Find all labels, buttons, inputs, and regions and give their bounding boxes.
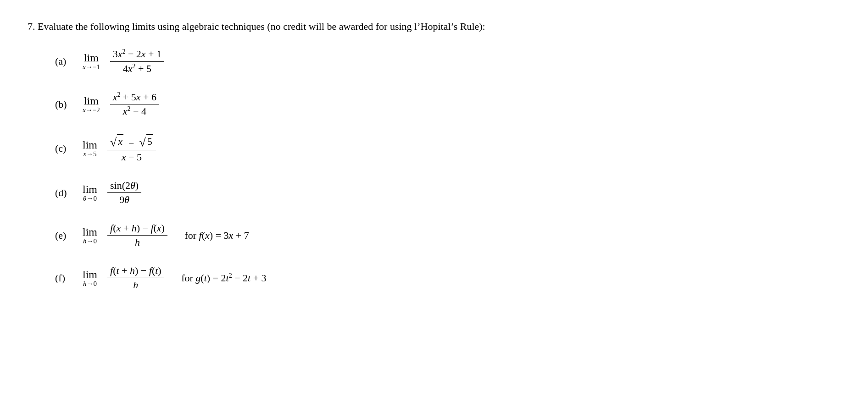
part-d-label: (d): [55, 187, 73, 199]
part-e-denominator: h: [132, 236, 143, 248]
part-b-label: (b): [55, 99, 73, 110]
part-a-fraction: 3x2 − 2x + 1 4x2 + 5: [110, 48, 164, 75]
part-a-label: (a): [55, 55, 73, 67]
part-b: (b) lim x→−2 x2 + 5x + 6 x2 − 4: [55, 91, 840, 118]
part-c-lim-word: lim: [83, 139, 97, 151]
part-d-lim-sub: θ→0: [83, 195, 97, 203]
part-e: (e) lim h→0 f(x + h) − f(x) h for f(x) =…: [55, 222, 840, 248]
part-d-fraction: sin(2θ) 9θ: [107, 180, 141, 206]
part-c-expr: lim x→5 √x − √5 x − 5: [83, 134, 156, 164]
part-e-lim: lim h→0: [83, 226, 97, 245]
part-a-lim-word: lim: [84, 52, 99, 64]
part-e-numerator: f(x + h) − f(x): [107, 222, 167, 236]
part-a-denominator: 4x2 + 5: [120, 62, 154, 75]
part-e-fraction: f(x + h) − f(x) h: [107, 222, 167, 248]
part-c-sqrt-symbol-5: √: [139, 137, 145, 148]
part-b-numerator: x2 + 5x + 6: [110, 91, 159, 104]
part-e-label: (e): [55, 230, 73, 241]
part-c-sqrt-symbol-x: √: [110, 137, 117, 148]
part-a-numerator: 3x2 − 2x + 1: [110, 48, 164, 61]
part-c-fraction: √x − √5 x − 5: [107, 134, 156, 164]
part-a: (a) lim x→−1 3x2 − 2x + 1 4x2 + 5: [55, 48, 840, 75]
parts-container: (a) lim x→−1 3x2 − 2x + 1 4x2 + 5 (b) li…: [55, 48, 840, 291]
part-f-lim: lim h→0: [83, 269, 97, 288]
part-f-expr: lim h→0 f(t + h) − f(t) h for g(t) = 2t2…: [83, 265, 267, 291]
part-e-for-text: for f(x) = 3x + 7: [182, 230, 249, 241]
part-f-numerator: f(t + h) − f(t): [107, 265, 164, 278]
part-c-label: (c): [55, 143, 73, 154]
part-e-expr: lim h→0 f(x + h) − f(x) h for f(x) = 3x …: [83, 222, 249, 248]
part-f-lim-sub: h→0: [83, 280, 97, 288]
problem-header: 7. Evaluate the following limits using a…: [28, 18, 840, 34]
part-f-label: (f): [55, 272, 73, 284]
part-d-lim-word: lim: [83, 183, 97, 196]
part-d: (d) lim θ→0 sin(2θ) 9θ: [55, 180, 840, 206]
part-b-expr: lim x→−2 x2 + 5x + 6 x2 − 4: [83, 91, 159, 118]
part-c-lim-sub: x→5: [83, 150, 96, 158]
part-b-lim-word: lim: [84, 95, 99, 107]
part-b-lim: lim x→−2: [83, 95, 100, 114]
part-d-numerator: sin(2θ): [107, 180, 141, 193]
part-e-lim-sub: h→0: [83, 237, 97, 245]
part-c-sqrt-5: √5: [139, 134, 153, 149]
part-f-lim-word: lim: [83, 269, 97, 281]
part-c-denominator: x − 5: [119, 150, 145, 163]
part-e-lim-word: lim: [83, 226, 97, 238]
problem-number: 7.: [28, 21, 35, 32]
part-d-lim: lim θ→0: [83, 183, 97, 203]
part-c-sqrt-x: √x: [110, 134, 123, 149]
part-d-expr: lim θ→0 sin(2θ) 9θ: [83, 180, 141, 206]
part-f-fraction: f(t + h) − f(t) h: [107, 265, 164, 291]
part-c-lim: lim x→5: [83, 139, 97, 158]
part-a-lim: lim x→−1: [83, 52, 100, 71]
part-c-radicand-5: 5: [146, 134, 153, 149]
part-b-lim-sub: x→−2: [83, 106, 100, 114]
part-b-denominator: x2 − 4: [120, 104, 149, 117]
part-c-radicand-x: x: [117, 134, 123, 149]
part-a-expr: lim x→−1 3x2 − 2x + 1 4x2 + 5: [83, 48, 164, 75]
part-f-denominator: h: [130, 278, 141, 291]
part-f: (f) lim h→0 f(t + h) − f(t) h for g(t) =…: [55, 265, 840, 291]
problem-intro: Evaluate the following limits using alge…: [38, 21, 485, 32]
part-b-fraction: x2 + 5x + 6 x2 − 4: [110, 91, 159, 118]
part-c-numerator: √x − √5: [107, 134, 156, 151]
part-a-lim-sub: x→−1: [83, 63, 100, 71]
part-d-denominator: 9θ: [117, 193, 132, 206]
part-f-for-text: for g(t) = 2t2 − 2t + 3: [179, 272, 267, 284]
part-c: (c) lim x→5 √x − √5 x − 5: [55, 134, 840, 164]
